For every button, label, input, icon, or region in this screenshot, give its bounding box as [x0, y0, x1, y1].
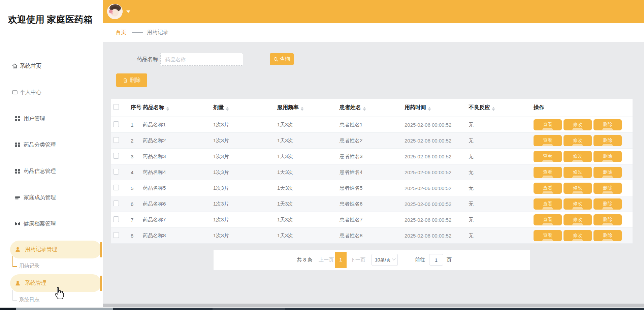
delete-row-button[interactable]: 删除 [593, 119, 622, 130]
row-checkbox[interactable] [113, 200, 119, 206]
edit-button[interactable]: 修改 [564, 151, 592, 162]
avatar[interactable] [107, 4, 123, 19]
delete-row-button[interactable]: 删除 [593, 214, 622, 225]
bottom-scrollbar-thumb[interactable] [16, 308, 113, 310]
breadcrumb-current: 用药记录 [147, 29, 168, 36]
submenu-tree-line [12, 290, 17, 301]
edit-button[interactable]: 修改 [564, 183, 592, 194]
sidebar-item-system-management[interactable]: 系统管理 [10, 274, 101, 292]
goto-unit-label: 页 [447, 250, 452, 270]
cell-reaction: 无 [469, 217, 534, 223]
cell-reaction: 无 [469, 169, 534, 176]
view-button[interactable]: 查看 [534, 167, 562, 178]
sidebar-item-family-member-management[interactable]: 家庭成员管理 [0, 192, 103, 203]
sidebar-item-drug-category-management[interactable]: 药品分类管理 [0, 140, 103, 150]
view-button[interactable]: 查看 [534, 230, 562, 241]
cell-drug-name: 药品名称1 [143, 122, 213, 128]
submenu-tree-line [12, 256, 17, 267]
view-button[interactable]: 查看 [534, 183, 562, 194]
sidebar-item-health-record-management[interactable]: 健康档案管理 [0, 219, 103, 229]
active-indicator [100, 242, 102, 257]
row-checkbox[interactable] [113, 169, 119, 175]
sort-icon[interactable] [301, 107, 303, 111]
medication-record-table: 序号 药品名称 剂量 服用频率 患者姓名 用药时间 不良反应 操作 1 药品名称… [111, 99, 633, 244]
sort-icon[interactable] [166, 107, 169, 111]
header-drug-name: 药品名称 [143, 104, 213, 111]
delete-row-button[interactable]: 删除 [593, 151, 622, 162]
row-checkbox[interactable] [113, 185, 119, 190]
cell-patient: 患者姓名1 [340, 122, 405, 128]
page-number-button[interactable]: 1 [335, 252, 347, 268]
search-button[interactable]: 查询 [270, 53, 294, 65]
sort-icon[interactable] [428, 107, 431, 111]
view-button[interactable]: 查看 [534, 135, 562, 146]
cell-drug-name: 药品名称5 [143, 185, 213, 191]
row-checkbox[interactable] [113, 153, 119, 159]
cell-no: 8 [131, 233, 143, 239]
page-size-select[interactable]: 10条/页 [372, 254, 398, 266]
sort-icon[interactable] [492, 107, 495, 111]
cell-patient: 患者姓名3 [340, 153, 405, 160]
sidebar: 欢迎使用 家庭医药箱 系统首页 个人中心 用户管理 药品分类管理 [0, 0, 103, 308]
active-indicator [100, 276, 102, 291]
sort-icon[interactable] [363, 107, 366, 111]
cell-time: 2025-02-06 00:00:52 [405, 154, 469, 159]
row-checkbox[interactable] [113, 216, 119, 222]
select-all-checkbox[interactable] [113, 104, 119, 110]
row-checkbox[interactable] [113, 121, 119, 127]
breadcrumb-home[interactable]: 首页 [116, 29, 126, 36]
delete-row-button[interactable]: 删除 [593, 230, 622, 241]
row-checkbox[interactable] [113, 232, 119, 238]
delete-button[interactable]: 删除 [116, 73, 147, 87]
goto-page-input[interactable] [429, 254, 443, 266]
drug-name-input[interactable] [160, 53, 243, 66]
sidebar-item-user-management[interactable]: 用户管理 [0, 114, 103, 124]
next-page-button[interactable]: 下一页 [350, 250, 365, 270]
view-button[interactable]: 查看 [534, 151, 562, 162]
horizontal-scrollbar[interactable] [103, 304, 644, 307]
sidebar-subitem-system-log[interactable]: 系统日志 [19, 294, 39, 305]
header-no: 序号 [131, 104, 143, 111]
cell-reaction: 无 [469, 201, 534, 207]
view-button[interactable]: 查看 [534, 119, 562, 130]
chevron-down-icon [392, 256, 395, 260]
table-row: 5 药品名称5 1次3片 1天3次 患者姓名5 2025-02-06 00:00… [111, 180, 633, 196]
cell-actions: 查看修改删除 [534, 230, 633, 241]
delete-row-button[interactable]: 删除 [593, 167, 622, 178]
row-checkbox[interactable] [113, 137, 119, 143]
sidebar-item-personal-center[interactable]: 个人中心 [0, 87, 103, 97]
edit-button[interactable]: 修改 [564, 230, 592, 241]
delete-row-button[interactable]: 删除 [593, 183, 622, 194]
cell-frequency: 1天3次 [277, 153, 340, 160]
cell-dose: 1次3片 [213, 232, 277, 239]
sort-icon[interactable] [226, 107, 229, 111]
table-body: 1 药品名称1 1次3片 1天3次 患者姓名1 2025-02-06 00:00… [111, 117, 633, 244]
view-button[interactable]: 查看 [534, 214, 562, 225]
view-button[interactable]: 查看 [534, 198, 562, 210]
edit-button[interactable]: 修改 [564, 198, 592, 210]
cell-patient: 患者姓名7 [340, 217, 405, 223]
header-frequency: 服用频率 [277, 104, 340, 111]
cell-drug-name: 药品名称6 [143, 201, 213, 207]
edit-button[interactable]: 修改 [564, 119, 592, 130]
sidebar-subitem-medication-record[interactable]: 用药记录 [19, 261, 39, 271]
delete-row-button[interactable]: 删除 [593, 198, 622, 210]
cell-actions: 查看修改删除 [534, 167, 633, 178]
cell-no: 1 [131, 122, 143, 128]
cell-actions: 查看修改删除 [534, 183, 633, 194]
prev-page-button[interactable]: 上一页 [319, 250, 334, 270]
edit-button[interactable]: 修改 [564, 167, 592, 178]
header-reaction: 不良反应 [469, 104, 534, 111]
sidebar-item-drug-info-management[interactable]: 药品信息管理 [0, 166, 103, 176]
delete-row-button[interactable]: 删除 [593, 135, 622, 146]
edit-button[interactable]: 修改 [564, 214, 592, 225]
cell-patient: 患者姓名5 [340, 185, 405, 191]
cell-reaction: 无 [469, 122, 534, 128]
sidebar-item-system-home[interactable]: 系统首页 [0, 61, 103, 71]
user-menu-caret-icon[interactable] [126, 10, 130, 13]
cell-patient: 患者姓名8 [340, 232, 405, 239]
edit-button[interactable]: 修改 [564, 135, 592, 146]
header-patient: 患者姓名 [340, 104, 405, 111]
sidebar-item-medication-record-management[interactable]: 用药记录管理 [10, 241, 101, 258]
cell-time: 2025-02-06 00:00:52 [405, 185, 469, 191]
